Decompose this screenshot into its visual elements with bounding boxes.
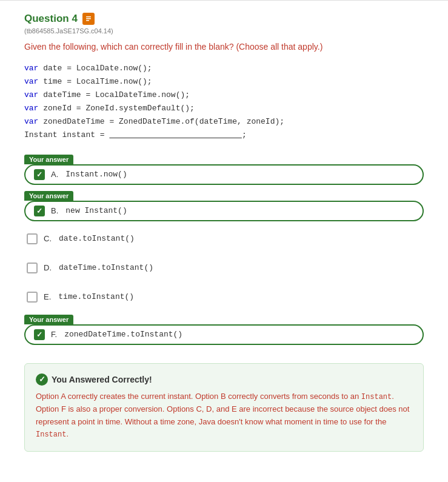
- option-label-D: dateTime.toInstant(): [59, 263, 153, 272]
- svg-rect-2: [86, 18, 91, 19]
- option-row-B[interactable]: B. new Instant(): [24, 201, 424, 221]
- option-label-B: new Instant(): [65, 206, 127, 215]
- option-label-A: Instant.now(): [65, 170, 127, 179]
- option-row-A[interactable]: A. Instant.now(): [24, 164, 424, 185]
- feedback-title: ✓ You Answered Correctly!: [36, 373, 412, 386]
- your-answer-badge-F: Your answer: [24, 315, 73, 324]
- feedback-check-icon: ✓: [36, 373, 48, 386]
- checkbox-D[interactable]: [27, 263, 38, 273]
- your-answer-badge-A: Your answer: [24, 155, 73, 164]
- feedback-text: Option A correctly creates the current i…: [36, 390, 412, 441]
- checkbox-C[interactable]: [27, 233, 38, 244]
- question-container: Question 4 (tb864585.JaSE17SG.c04.14) Gi…: [0, 0, 448, 464]
- option-item-D: D. dateTime.toInstant(): [24, 256, 424, 279]
- option-letter-C: C.: [44, 234, 52, 243]
- svg-rect-3: [86, 20, 89, 21]
- checkbox-A[interactable]: [34, 169, 45, 180]
- option-item-B: Your answer B. new Instant(): [24, 191, 424, 221]
- question-type-icon: [82, 13, 95, 25]
- option-label-E: time.toInstant(): [58, 292, 134, 301]
- option-row-D[interactable]: D. dateTime.toInstant(): [24, 256, 424, 279]
- code-line-5: var zonedDateTime = ZonedDateTime.of(dat…: [24, 115, 424, 129]
- option-item-A: Your answer A. Instant.now(): [24, 155, 424, 185]
- code-line-1: var date = LocalDate.now();: [24, 62, 424, 75]
- question-text: Given the following, which can correctly…: [24, 41, 424, 53]
- option-row-E[interactable]: E. time.toInstant(): [24, 286, 424, 309]
- question-header: Question 4: [24, 13, 424, 25]
- feedback-box: ✓ You Answered Correctly! Option A corre…: [24, 363, 424, 452]
- code-line-3: var dateTime = LocalDateTime.now();: [24, 89, 424, 102]
- option-item-F: Your answer F. zonedDateTime.toInstant(): [24, 315, 424, 345]
- your-answer-badge-B: Your answer: [24, 191, 73, 201]
- checkbox-B[interactable]: [34, 206, 45, 216]
- option-letter-D: D.: [44, 263, 52, 272]
- option-item-C: C. date.toInstant(): [24, 227, 424, 250]
- option-row-F[interactable]: F. zonedDateTime.toInstant(): [24, 324, 424, 345]
- options-list: Your answer A. Instant.now() Your answer…: [24, 155, 424, 351]
- option-row-C[interactable]: C. date.toInstant(): [24, 227, 424, 250]
- option-label-C: date.toInstant(): [59, 234, 135, 243]
- option-label-F: zonedDateTime.toInstant(): [64, 330, 182, 339]
- code-line-2: var time = LocalTime.now();: [24, 75, 424, 89]
- option-letter-A: A.: [51, 170, 58, 179]
- code-line-6: Instant instant = ;: [24, 129, 424, 142]
- option-item-E: E. time.toInstant(): [24, 286, 424, 309]
- option-letter-F: F.: [51, 330, 57, 339]
- question-title: Question 4: [24, 13, 78, 25]
- feedback-title-text: You Answered Correctly!: [52, 375, 152, 384]
- feedback-code-1: Instant: [361, 393, 392, 401]
- question-id: (tb864585.JaSE17SG.c04.14): [24, 27, 424, 35]
- option-letter-E: E.: [44, 292, 51, 301]
- svg-rect-1: [86, 16, 91, 18]
- checkbox-E[interactable]: [27, 292, 38, 303]
- code-line-4: var zoneId = ZoneId.systemDefault();: [24, 102, 424, 115]
- code-block: var date = LocalDate.now(); var time = L…: [24, 62, 424, 142]
- option-letter-B: B.: [51, 206, 58, 215]
- feedback-code-2: Instant: [36, 430, 66, 439]
- checkbox-F[interactable]: [34, 329, 45, 340]
